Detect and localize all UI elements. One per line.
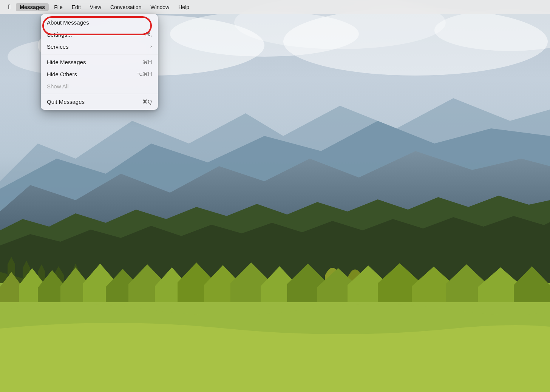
menu-item-settings[interactable]: Settings... ⌘, <box>41 28 158 40</box>
menubar-file[interactable]: File <box>50 3 66 11</box>
menu-item-quit[interactable]: Quit Messages ⌘Q <box>41 96 158 108</box>
messages-dropdown-menu: About Messages Settings... ⌘, Services ›… <box>41 14 158 110</box>
menu-item-hide-others-label: Hide Others <box>47 71 77 77</box>
menubar-messages[interactable]: Messages <box>16 3 49 11</box>
menu-item-hide-messages[interactable]: Hide Messages ⌘H <box>41 56 158 68</box>
menu-item-show-all: Show All <box>41 80 158 92</box>
menubar-help[interactable]: Help <box>175 3 193 11</box>
menubar-conversation[interactable]: Conversation <box>107 3 145 11</box>
menu-item-hide-others[interactable]: Hide Others ⌥⌘H <box>41 68 158 80</box>
menu-item-hide-others-shortcut: ⌥⌘H <box>137 71 152 77</box>
menu-item-hide-shortcut: ⌘H <box>143 59 152 65</box>
menu-separator-2 <box>41 94 158 94</box>
menu-item-services-label: Services <box>47 43 69 50</box>
menubar-edit[interactable]: Edit <box>68 3 85 11</box>
menubar-window[interactable]: Window <box>147 3 173 11</box>
menu-item-settings-shortcut: ⌘, <box>145 31 152 37</box>
menubar:  Messages File Edit View Conversation W… <box>0 0 550 14</box>
menu-item-settings-label: Settings... <box>47 31 72 38</box>
submenu-chevron-icon: › <box>150 44 152 49</box>
menu-item-show-all-label: Show All <box>47 83 69 90</box>
menu-item-services[interactable]: Services › <box>41 40 158 52</box>
menu-item-hide-messages-label: Hide Messages <box>47 59 86 65</box>
apple-menu[interactable]:  <box>5 3 14 11</box>
menu-item-quit-shortcut: ⌘Q <box>142 99 152 105</box>
menu-item-about-label: About Messages <box>47 19 89 26</box>
menu-separator-1 <box>41 54 158 54</box>
menubar-view[interactable]: View <box>86 3 105 11</box>
menu-item-quit-label: Quit Messages <box>47 99 85 105</box>
menu-item-about[interactable]: About Messages <box>41 16 158 28</box>
